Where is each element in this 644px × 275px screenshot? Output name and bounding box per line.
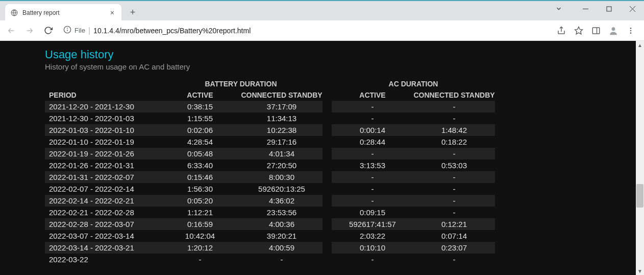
address-bar[interactable]: File | 10.1.4.4/mro/between_pcs/Battery%…: [59, 23, 552, 38]
cell-battery-standby: 11:34:13: [241, 112, 323, 124]
cell-ac-standby: 0:18:22: [413, 136, 495, 148]
cell-ac-standby: 0:23:07: [413, 242, 495, 254]
scrollbar[interactable]: ▲ ▼: [636, 41, 644, 275]
table-row: 2022-01-26 - 2022-01-316:33:4027:20:503:…: [45, 159, 495, 171]
cell-ac-active: -: [332, 101, 413, 112]
table-row: 2022-03-14 - 2022-03-211:20:124:00:590:1…: [45, 242, 495, 254]
cell-period: 2022-03-14 - 2022-03-21: [45, 242, 159, 254]
chevron-down-icon[interactable]: [547, 1, 571, 16]
table-row: 2022-01-10 - 2022-01-194:28:5429:17:160:…: [45, 136, 495, 148]
svg-rect-2: [607, 7, 611, 11]
table-row: 2022-02-07 - 2022-02-141:56:30592620:13:…: [45, 183, 495, 195]
cell-battery-standby: 29:17:16: [241, 136, 323, 148]
cell-battery-active: 0:16:59: [159, 218, 241, 230]
page-content: Usage history History of system usage on…: [0, 41, 636, 275]
cell-battery-standby: 39:20:21: [241, 230, 323, 242]
header-blank: [45, 78, 159, 89]
cell-battery-active: -: [159, 254, 241, 265]
header-period: PERIOD: [45, 89, 159, 101]
cell-battery-standby: 4:00:36: [241, 218, 323, 230]
header-battery-standby: CONNECTED STANDBY: [241, 89, 323, 101]
table-row: 2021-12-30 - 2022-01-031:15:5511:34:13--: [45, 112, 495, 124]
table-row: 2022-01-31 - 2022-02-070:15:468:00:30--: [45, 171, 495, 183]
cell-period: 2022-02-07 - 2022-02-14: [45, 183, 159, 195]
cell-period: 2022-02-14 - 2022-02-21: [45, 195, 159, 207]
cell-ac-active: -: [332, 254, 413, 265]
close-tab-icon[interactable]: ×: [108, 9, 116, 17]
cell-ac-active: 0:09:15: [332, 207, 413, 218]
globe-icon: [10, 9, 18, 17]
menu-icon[interactable]: [626, 26, 636, 36]
cell-ac-standby: 0:07:14: [413, 230, 495, 242]
cell-battery-standby: -: [241, 254, 323, 265]
table-row: 2022-03-22----: [45, 254, 495, 265]
cell-period: 2021-12-20 - 2021-12-30: [45, 101, 159, 112]
close-window-button[interactable]: [621, 1, 644, 16]
titlebar: Battery report × +: [0, 1, 644, 20]
cell-period: 2022-03-22: [45, 254, 159, 265]
cell-period: 2021-12-30 - 2022-01-03: [45, 112, 159, 124]
table-row: 2022-02-14 - 2022-02-210:05:204:36:02--: [45, 195, 495, 207]
cell-ac-standby: 0:53:03: [413, 159, 495, 171]
url-separator: |: [88, 26, 90, 35]
cell-ac-standby: -: [413, 171, 495, 183]
cell-period: 2022-01-19 - 2022-01-26: [45, 148, 159, 159]
browser-tab[interactable]: Battery report ×: [5, 4, 121, 21]
cell-period: 2022-02-28 - 2022-03-07: [45, 218, 159, 230]
cell-ac-active: 0:28:44: [332, 136, 413, 148]
scrollbar-thumb[interactable]: [636, 184, 643, 208]
file-chip: File: [75, 27, 85, 34]
cell-battery-standby: 37:17:09: [241, 101, 323, 112]
cell-ac-standby: 1:48:42: [413, 124, 495, 136]
cell-battery-standby: 8:00:30: [241, 171, 323, 183]
table-row: 2022-01-19 - 2022-01-260:05:484:01:34--: [45, 148, 495, 159]
cell-battery-standby: 4:00:59: [241, 242, 323, 254]
cell-ac-standby: 0:12:21: [413, 218, 495, 230]
cell-battery-active: 0:15:46: [159, 171, 241, 183]
cell-ac-standby: -: [413, 195, 495, 207]
profile-icon[interactable]: [608, 26, 618, 36]
cell-ac-active: 3:13:53: [332, 159, 413, 171]
svg-marker-8: [575, 27, 583, 34]
share-icon[interactable]: [556, 26, 566, 36]
table-row: 2022-02-21 - 2022-02-281:12:2123:53:560:…: [45, 207, 495, 218]
cell-period: 2022-01-10 - 2022-01-19: [45, 136, 159, 148]
cell-battery-active: 6:33:40: [159, 159, 241, 171]
cell-period: 2022-01-31 - 2022-02-07: [45, 171, 159, 183]
table-row: 2021-12-20 - 2021-12-300:38:1537:17:09--: [45, 101, 495, 112]
bookmark-star-icon[interactable]: [574, 26, 584, 36]
cell-period: 2022-02-21 - 2022-02-28: [45, 207, 159, 218]
cell-ac-active: 592617:41:57: [332, 218, 413, 230]
cell-period: 2022-01-26 - 2022-01-31: [45, 159, 159, 171]
minimize-button[interactable]: [574, 1, 597, 16]
cell-ac-standby: -: [413, 112, 495, 124]
cell-battery-active: 1:15:55: [159, 112, 241, 124]
cell-ac-active: 0:10:10: [332, 242, 413, 254]
cell-ac-standby: -: [413, 148, 495, 159]
cell-battery-standby: 4:01:34: [241, 148, 323, 159]
svg-point-12: [630, 28, 632, 29]
back-button[interactable]: [4, 24, 18, 38]
scrollbar-down-icon[interactable]: ▼: [636, 267, 644, 275]
header-ac-group: AC DURATION: [332, 78, 495, 89]
cell-battery-standby: 23:53:56: [241, 207, 323, 218]
cell-battery-standby: 10:22:38: [241, 124, 323, 136]
svg-point-14: [630, 32, 632, 34]
tab-title: Battery report: [22, 9, 104, 16]
info-icon[interactable]: [63, 26, 71, 36]
cell-period: 2022-03-07 - 2022-03-14: [45, 230, 159, 242]
cell-period: 2022-01-03 - 2022-01-10: [45, 124, 159, 136]
svg-point-11: [612, 27, 615, 31]
header-ac-active: ACTIVE: [332, 89, 413, 101]
reload-button[interactable]: [41, 24, 55, 38]
maximize-button[interactable]: [597, 1, 621, 16]
forward-button[interactable]: [22, 24, 37, 38]
table-row: 2022-02-28 - 2022-03-070:16:594:00:36592…: [45, 218, 495, 230]
cell-battery-active: 1:12:21: [159, 207, 241, 218]
scrollbar-up-icon[interactable]: ▲: [636, 41, 644, 49]
side-panel-icon[interactable]: [591, 26, 601, 36]
cell-battery-active: 1:20:12: [159, 242, 241, 254]
new-tab-button[interactable]: +: [126, 5, 140, 19]
cell-battery-active: 10:42:04: [159, 230, 241, 242]
cell-battery-active: 0:38:15: [159, 101, 241, 112]
